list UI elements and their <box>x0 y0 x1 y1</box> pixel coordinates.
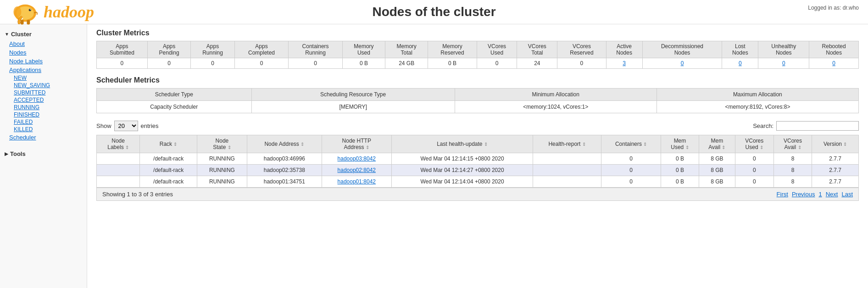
val-apps-submitted: 0 <box>97 58 148 69</box>
search-input[interactable] <box>776 121 859 131</box>
col-vcores-used: VCoresUsed <box>477 41 517 58</box>
nodes-col-mem-used[interactable]: MemUsed ⇕ <box>661 135 699 153</box>
cell-version: 2.7.7 <box>812 176 859 188</box>
sched-col-max-alloc: Maximum Allocation <box>657 89 858 101</box>
nodes-table: NodeLabels ⇕ Rack ⇕ NodeState ⇕ Node Add… <box>96 135 859 188</box>
col-active-nodes: ActiveNodes <box>606 41 642 58</box>
nodes-col-labels[interactable]: NodeLabels ⇕ <box>97 135 140 153</box>
show-entries-control: Show 10 20 50 100 entries <box>96 121 159 131</box>
sidebar-item-about[interactable]: About <box>0 39 87 48</box>
sidebar-state-killed[interactable]: KILLED <box>14 126 87 133</box>
nodes-col-http[interactable]: Node HTTPAddress ⇕ <box>322 135 391 153</box>
nodes-col-version[interactable]: Version ⇕ <box>812 135 859 153</box>
scheduler-metrics-table: Scheduler Type Scheduling Resource Type … <box>96 88 859 113</box>
sidebar-state-new[interactable]: NEW <box>14 74 87 82</box>
pagination-previous[interactable]: Previous <box>792 191 815 198</box>
cell-mem-used: 0 B <box>661 153 699 165</box>
cell-containers: 0 <box>601 165 661 176</box>
sidebar-state-new-saving[interactable]: NEW_SAVING <box>14 82 87 89</box>
nodes-col-health-update[interactable]: Last health-update ⇕ <box>391 135 533 153</box>
cell-health-report <box>533 153 601 165</box>
cluster-metrics-table: AppsSubmitted AppsPending AppsRunning Ap… <box>96 41 859 69</box>
val-rebooted-nodes[interactable]: 0 <box>809 58 859 69</box>
nodes-col-mem-avail[interactable]: MemAvail ⇕ <box>699 135 735 153</box>
col-lost-nodes: LostNodes <box>722 41 758 58</box>
cell-state: RUNNING <box>197 176 247 188</box>
val-apps-completed: 0 <box>234 58 289 69</box>
sidebar-tools-label: Tools <box>10 150 26 157</box>
cell-http[interactable]: hadoop03:8042 <box>322 153 391 165</box>
show-entries-select[interactable]: 10 20 50 100 <box>114 121 138 131</box>
nodes-col-containers[interactable]: Containers ⇕ <box>601 135 661 153</box>
cell-mem-avail: 8 GB <box>699 153 735 165</box>
sidebar-item-scheduler[interactable]: Scheduler <box>0 133 87 142</box>
logo-area: hadoop <box>9 0 94 26</box>
cell-mem-used: 0 B <box>661 165 699 176</box>
val-unhealthy-nodes[interactable]: 0 <box>758 58 809 69</box>
val-vcores-used: 0 <box>477 58 517 69</box>
nodes-col-address[interactable]: Node Address ⇕ <box>247 135 322 153</box>
nodes-col-state[interactable]: NodeState ⇕ <box>197 135 247 153</box>
nodes-col-vcores-avail[interactable]: VCoresAvail ⇕ <box>773 135 812 153</box>
col-decommissioned-nodes: DecommissionedNodes <box>642 41 722 58</box>
search-area: Search: <box>753 121 859 131</box>
cell-address: hadoop03:46996 <box>247 153 322 165</box>
cell-http[interactable]: hadoop01:8042 <box>322 176 391 188</box>
nodes-col-rack[interactable]: Rack ⇕ <box>140 135 197 153</box>
val-apps-pending: 0 <box>147 58 190 69</box>
pagination-first[interactable]: First <box>777 191 788 198</box>
search-label: Search: <box>753 122 773 129</box>
col-rebooted-nodes: RebootedNodes <box>809 41 859 58</box>
cell-health-update: Wed Mar 04 12:14:04 +0800 2020 <box>391 176 533 188</box>
pagination-last[interactable]: Last <box>841 191 853 198</box>
val-lost-nodes[interactable]: 0 <box>722 58 758 69</box>
cell-health-report <box>533 176 601 188</box>
sidebar-tools-section[interactable]: ▶ Tools <box>0 149 87 159</box>
scheduler-metrics-title: Scheduler Metrics <box>96 76 859 84</box>
sidebar-item-nodes[interactable]: Nodes <box>0 48 87 57</box>
cell-mem-used: 0 B <box>661 176 699 188</box>
sidebar-state-submitted[interactable]: SUBMITTED <box>14 89 87 96</box>
cluster-metrics-title: Cluster Metrics <box>96 29 859 37</box>
val-apps-running: 0 <box>191 58 234 69</box>
cell-http[interactable]: hadoop02:8042 <box>322 165 391 176</box>
col-mem-used: MemoryUsed <box>342 41 385 58</box>
col-containers-running: ContainersRunning <box>289 41 343 58</box>
sidebar-cluster-section[interactable]: ▼ Cluster <box>0 29 87 39</box>
cell-mem-avail: 8 GB <box>699 165 735 176</box>
sidebar-state-running[interactable]: RUNNING <box>14 104 87 111</box>
svg-rect-6 <box>27 20 30 24</box>
sidebar-state-finished[interactable]: FINISHED <box>14 111 87 118</box>
sched-val-type: Capacity Scheduler <box>97 101 252 113</box>
col-unhealthy-nodes: UnhealthyNodes <box>758 41 809 58</box>
svg-point-3 <box>30 9 31 10</box>
col-vcores-total: VCoresTotal <box>517 41 557 58</box>
col-apps-running: AppsRunning <box>191 41 234 58</box>
sidebar-item-applications[interactable]: Applications <box>0 66 87 74</box>
val-active-nodes[interactable]: 3 <box>606 58 642 69</box>
cell-containers: 0 <box>601 176 661 188</box>
pagination-next[interactable]: Next <box>826 191 838 198</box>
sidebar-state-accepted[interactable]: ACCEPTED <box>14 96 87 104</box>
page-title: Nodes of the cluster <box>372 5 495 19</box>
sidebar-item-node-labels[interactable]: Node Labels <box>0 57 87 66</box>
tools-arrow-icon: ▶ <box>5 151 8 156</box>
cell-health-report <box>533 165 601 176</box>
val-decommissioned-nodes[interactable]: 0 <box>642 58 722 69</box>
nodes-col-vcores-used[interactable]: VCoresUsed ⇕ <box>735 135 773 153</box>
pagination-page-1[interactable]: 1 <box>818 191 822 198</box>
val-mem-total: 24 GB <box>385 58 428 69</box>
show-label: Show <box>96 122 111 129</box>
val-mem-reserved: 0 B <box>428 58 477 69</box>
col-apps-pending: AppsPending <box>147 41 190 58</box>
showing-text: Showing 1 to 3 of 3 entries <box>102 191 173 198</box>
cell-address: hadoop01:34751 <box>247 176 322 188</box>
sidebar-state-failed[interactable]: FAILED <box>14 118 87 126</box>
sched-col-resource-type: Scheduling Resource Type <box>251 89 455 101</box>
cell-state: RUNNING <box>197 153 247 165</box>
nodes-col-health-report[interactable]: Health-report ⇕ <box>533 135 601 153</box>
sched-col-type: Scheduler Type <box>97 89 252 101</box>
table-row: /default-rack RUNNING hadoop02:35738 had… <box>97 165 859 176</box>
cell-labels <box>97 153 140 165</box>
sidebar: ▼ Cluster About Nodes Node Labels Applic… <box>0 24 87 288</box>
